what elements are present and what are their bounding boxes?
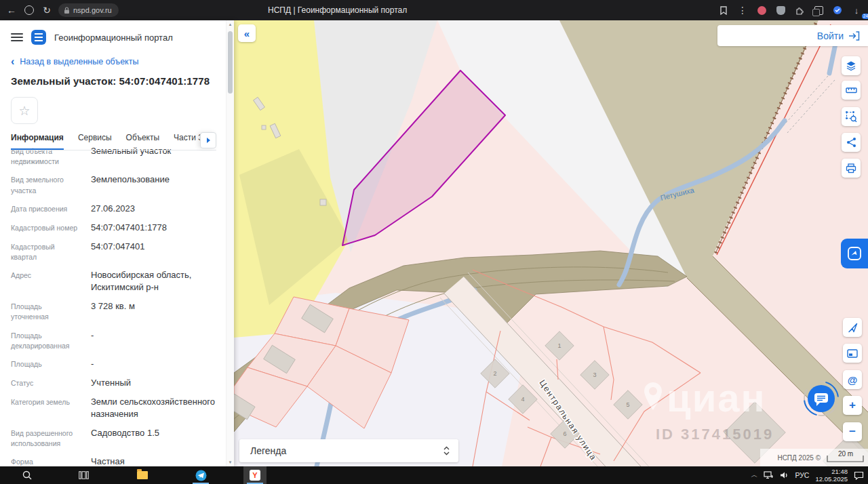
- gray-shield-icon: [776, 6, 785, 15]
- tab-2[interactable]: Объекты: [126, 130, 160, 150]
- downloads-icon[interactable]: ↓24: [848, 3, 865, 18]
- map-canvas[interactable]: 1 2 3 4 5 6 Центральная улица Петушиха: [234, 20, 868, 466]
- attribute-label: Площадь: [11, 358, 79, 370]
- layers-icon: [846, 60, 856, 71]
- address-bar[interactable]: nspd.gov.ru: [58, 3, 119, 17]
- attribute-value: Новосибирская область, Искитимский р-н: [91, 269, 216, 294]
- telegram-button[interactable]: [189, 466, 212, 484]
- scroll-up-icon[interactable]: ▲: [226, 20, 234, 28]
- attribute-value: 54:07:047401:1778: [91, 222, 216, 234]
- double-chevron-left-icon: «: [244, 28, 250, 39]
- star-icon: ☆: [18, 103, 30, 119]
- speaker-icon[interactable]: [780, 471, 789, 479]
- tab-0[interactable]: Информация: [11, 130, 64, 150]
- locate-button[interactable]: [843, 318, 862, 337]
- attribute-label: Категория земель: [11, 396, 79, 420]
- area-select-button[interactable]: [842, 107, 861, 126]
- notification-icon[interactable]: [854, 471, 864, 480]
- portal-title: Геоинформационный портал: [54, 33, 173, 43]
- nspd-logo-icon[interactable]: [31, 30, 46, 45]
- extension-icon-1[interactable]: [753, 3, 770, 18]
- browser-menu-icon[interactable]: ⋮: [734, 3, 751, 18]
- task-view-icon: [79, 471, 89, 479]
- attribute-label: Кадастровый номер: [11, 222, 79, 234]
- panel-collapse-button[interactable]: «: [238, 24, 256, 42]
- attribute-list: Вид объекта недвижимостиЗемельный участо…: [11, 145, 216, 466]
- browser-refresh-icon[interactable]: ↻: [38, 3, 56, 18]
- attribute-row: Дата присвоения27.06.2023: [11, 203, 216, 215]
- system-tray: ︿ РУС 21:48 12.05.2025: [751, 466, 864, 484]
- building-label: 6: [563, 430, 566, 437]
- scale-bar: 20 m: [826, 451, 865, 464]
- blue-check-icon: [833, 5, 842, 15]
- network-icon[interactable]: [764, 471, 774, 479]
- login-icon: [848, 31, 860, 41]
- attribute-value: -: [91, 358, 216, 370]
- stacked-tabs-icon: [814, 6, 823, 15]
- attribute-row: СтатусУчтенный: [11, 377, 216, 389]
- open-map-icon: [847, 246, 862, 261]
- print-button[interactable]: [842, 159, 861, 178]
- sync-icon[interactable]: [829, 3, 846, 18]
- login-button[interactable]: Войти: [717, 25, 868, 46]
- attribute-value: Частная: [91, 456, 216, 466]
- back-link[interactable]: ‹ Назад в выделенные объекты: [11, 57, 216, 66]
- taskbar-search-button[interactable]: [16, 466, 39, 484]
- building-label: 4: [521, 396, 524, 403]
- scroll-down-icon[interactable]: ▼: [226, 458, 234, 466]
- menu-burger-icon[interactable]: [11, 33, 23, 41]
- plus-icon: +: [849, 399, 856, 412]
- browser-back-icon[interactable]: ←: [3, 3, 20, 18]
- date-text: 12.05.2025: [815, 475, 848, 483]
- bookmark-icon[interactable]: [715, 3, 732, 18]
- zoom-out-button[interactable]: −: [843, 422, 862, 441]
- attribute-label: Статус: [11, 377, 79, 389]
- attribute-row: Вид разрешенного использованияСадоводств…: [11, 427, 216, 449]
- tab-groups-icon[interactable]: [810, 3, 827, 18]
- minimap-button[interactable]: [843, 344, 862, 363]
- extension-icon-2[interactable]: [772, 3, 789, 18]
- tabs-scroll-right-button[interactable]: [200, 132, 216, 148]
- zoom-in-button[interactable]: +: [843, 396, 862, 415]
- clock[interactable]: 21:48 12.05.2025: [815, 468, 848, 483]
- chat-button[interactable]: [803, 380, 840, 417]
- printer-icon: [846, 163, 856, 174]
- expand-collapse-icon: [443, 445, 450, 456]
- attribute-label: Дата присвоения: [11, 203, 79, 215]
- share-button[interactable]: [842, 133, 861, 152]
- chat-bubble-icon: [803, 380, 840, 417]
- coordinate-search-button[interactable]: @: [843, 370, 862, 389]
- login-label: Войти: [817, 31, 844, 41]
- panel-header: Геоинформационный портал: [11, 30, 216, 45]
- tab-1[interactable]: Сервисы: [78, 130, 112, 150]
- lock-icon: [64, 7, 70, 14]
- legend-toggle[interactable]: Легенда: [239, 439, 458, 462]
- panel-scrollbar[interactable]: ▲ ▼: [226, 20, 234, 466]
- attribute-label: Вид разрешенного использования: [11, 427, 79, 449]
- browser-profile-icon[interactable]: [20, 3, 38, 18]
- language-indicator[interactable]: РУС: [795, 471, 809, 479]
- scrollbar-thumb[interactable]: [228, 31, 233, 94]
- favorite-star-button[interactable]: ☆: [11, 97, 38, 124]
- tray-expand-icon[interactable]: ︿: [751, 470, 757, 480]
- folder-icon: [137, 471, 148, 479]
- measure-button[interactable]: [842, 81, 861, 100]
- object-title: Земельный участок: 54:07:047401:1778: [11, 75, 216, 87]
- map-container: 1 2 3 4 5 6 Центральная улица Петушиха ц…: [234, 20, 868, 466]
- yandex-browser-button[interactable]: Y: [243, 466, 267, 484]
- task-view-button[interactable]: [72, 466, 95, 484]
- attribute-row: Площадь уточненная3 728 кв. м: [11, 300, 216, 322]
- screen: { "browser": { "url": "nspd.gov.ru", "ta…: [0, 0, 868, 484]
- layers-button[interactable]: [842, 56, 861, 75]
- building-label: 5: [626, 401, 629, 408]
- extension-icon-3[interactable]: [791, 3, 808, 18]
- puzzle-icon: [795, 6, 804, 15]
- attribute-row: Кадастровый квартал54:07:047401: [11, 241, 216, 262]
- file-explorer-button[interactable]: [131, 466, 154, 484]
- attribute-label: Площадь декларированная: [11, 329, 79, 351]
- app-window: Геоинформационный портал ‹ Назад в выдел…: [0, 20, 868, 466]
- map-widget-button[interactable]: [841, 239, 868, 268]
- chevron-right-icon: [207, 138, 210, 143]
- attribute-label: Площадь уточненная: [11, 300, 79, 322]
- tabs: ИнформацияСервисыОбъектыЧасти ЗУСоста: [11, 130, 216, 150]
